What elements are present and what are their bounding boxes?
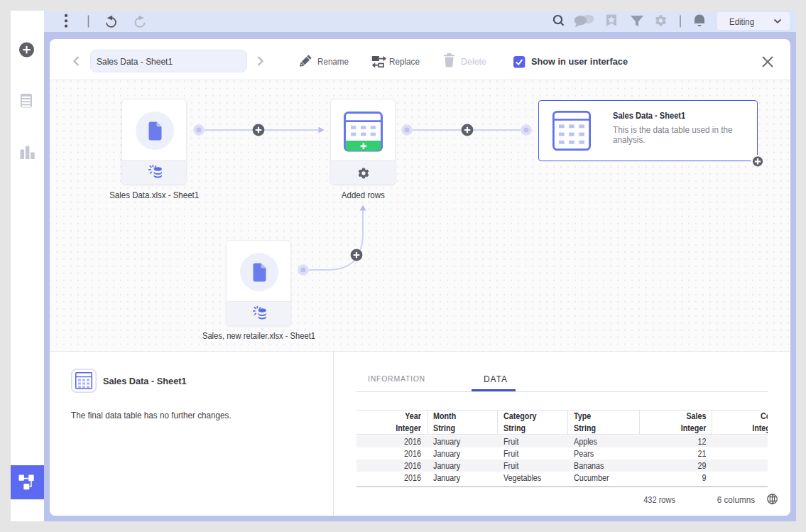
svg-text:Rename: Rename bbox=[317, 56, 349, 67]
svg-text:Delete: Delete bbox=[461, 56, 486, 67]
svg-text:Replace: Replace bbox=[389, 56, 420, 67]
svg-text:Show in user interface: Show in user interface bbox=[531, 56, 628, 67]
svg-text:Editing: Editing bbox=[729, 16, 754, 27]
